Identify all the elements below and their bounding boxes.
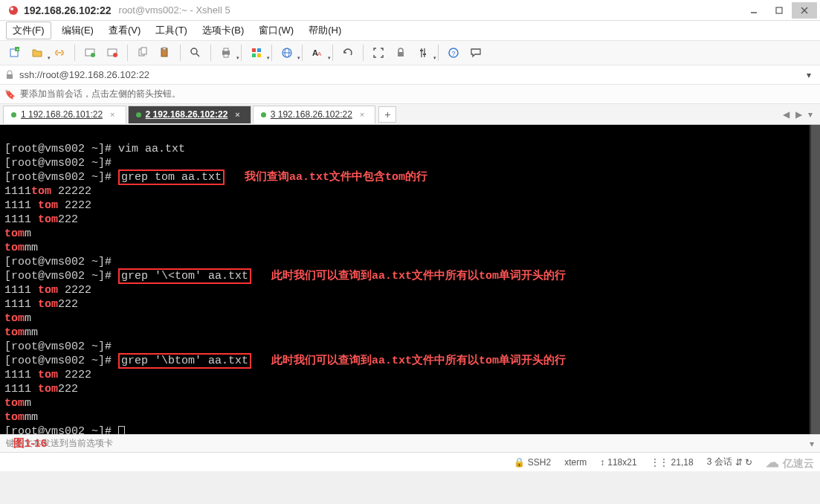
prompt: [root@vms002 ~]# xyxy=(4,171,118,184)
tab-close-icon[interactable]: × xyxy=(360,110,364,119)
settings-icon[interactable]: ▾ xyxy=(413,43,433,62)
annotation: 此时我们可以查询到aa.txt文件中所有以tom单词开头的行 xyxy=(271,355,566,367)
annotation: 我们查询aa.txt文件中包含tom的行 xyxy=(245,171,427,184)
paste-icon[interactable] xyxy=(155,43,175,62)
print-icon[interactable]: ▾ xyxy=(216,43,236,62)
svg-point-17 xyxy=(191,48,197,54)
match-text: tom xyxy=(31,185,51,198)
title-host: 192.168.26.102:22 xyxy=(24,4,112,16)
svg-rect-33 xyxy=(424,48,425,57)
tab-list-icon[interactable]: ▾ xyxy=(808,109,813,120)
tab-label: 1 192.168.26.101:22 xyxy=(21,109,103,120)
fullscreen-icon[interactable] xyxy=(368,43,389,62)
highlighted-cmd: grep '\btom' aa.txt xyxy=(118,353,251,369)
match-text: tom xyxy=(38,369,58,381)
close-button[interactable] xyxy=(792,2,817,19)
refresh-icon[interactable] xyxy=(338,43,358,62)
term-text: 222 xyxy=(58,213,78,226)
new-session-icon[interactable]: + xyxy=(4,43,25,62)
svg-rect-34 xyxy=(420,50,423,51)
search-icon[interactable] xyxy=(185,43,206,62)
menu-help[interactable]: 帮助(H) xyxy=(301,22,349,39)
menu-view[interactable]: 查看(V) xyxy=(101,22,148,39)
svg-rect-20 xyxy=(224,48,228,51)
svg-rect-23 xyxy=(257,48,261,52)
chat-icon[interactable] xyxy=(465,43,486,62)
term-text: 2222 xyxy=(58,369,91,381)
term-text: 1111 xyxy=(4,369,38,381)
maximize-button[interactable] xyxy=(766,2,792,19)
status-dot-icon xyxy=(136,112,141,117)
minimize-button[interactable] xyxy=(741,2,766,19)
term-text: 1111 xyxy=(4,185,31,198)
tab-1[interactable]: 1 192.168.26.101:22 × xyxy=(3,106,126,123)
cloud-logo: ☁ 亿速云 xyxy=(766,454,814,471)
menu-edit[interactable]: 编辑(E) xyxy=(54,22,101,39)
font-icon[interactable]: AA▾ xyxy=(307,43,328,62)
help-icon[interactable]: ? xyxy=(443,43,464,62)
tab-next-icon[interactable]: ▶ xyxy=(795,109,802,120)
hint-dropdown-icon[interactable]: ▾ xyxy=(810,439,814,449)
lock-icon[interactable] xyxy=(390,43,411,62)
svg-text:A: A xyxy=(317,51,322,57)
copy-icon[interactable] xyxy=(132,43,153,62)
toolbar: + ▾ ▾ ▾ ▾ AA▾ ▾ ? xyxy=(0,40,820,65)
offline-icon[interactable] xyxy=(102,43,123,62)
tab-close-icon[interactable]: × xyxy=(110,110,114,119)
status-dot-icon xyxy=(11,112,16,117)
term-text: 22222 xyxy=(51,185,91,198)
term-text: 1111 xyxy=(4,383,38,395)
status-sessions: 3 会话 ⇵ ↻ xyxy=(707,456,752,468)
tab-3[interactable]: 3 192.168.26.102:22 × xyxy=(253,106,376,123)
terminal-scrollbar[interactable] xyxy=(810,125,820,434)
term-text: m xyxy=(25,397,31,410)
menu-file[interactable]: 文件(F) xyxy=(6,22,51,39)
term-text: mm xyxy=(25,326,38,339)
figure-label: 图1-16 xyxy=(13,436,47,450)
bookmark-icon[interactable]: 🔖 xyxy=(4,89,16,100)
address-text[interactable]: ssh://root@192.168.26.102:22 xyxy=(19,69,802,80)
highlighted-cmd: grep '\<tom' aa.txt xyxy=(118,268,251,284)
term-text: 1111 xyxy=(4,199,38,212)
match-text: tom xyxy=(4,397,25,410)
match-text: tom xyxy=(4,411,25,424)
tab-add-button[interactable]: + xyxy=(378,106,396,123)
menu-tabs[interactable]: 选项卡(B) xyxy=(195,22,251,39)
menu-tools[interactable]: 工具(T) xyxy=(148,22,195,39)
svg-rect-32 xyxy=(421,48,422,57)
svg-line-18 xyxy=(196,54,199,56)
terminal[interactable]: [root@vms002 ~]# vim aa.txt [root@vms002… xyxy=(0,125,820,434)
color-icon[interactable]: ▾ xyxy=(246,43,267,62)
status-size: ↕ 118x21 xyxy=(600,457,636,468)
term-text: mm xyxy=(25,242,38,254)
svg-rect-38 xyxy=(7,74,13,79)
prompt: [root@vms002 ~]# xyxy=(4,256,118,268)
open-icon[interactable]: ▾ xyxy=(27,43,48,62)
globe-icon[interactable]: ▾ xyxy=(277,43,297,62)
term-text: 222 xyxy=(58,298,78,311)
status-proto: 🔒 SSH2 xyxy=(514,457,551,468)
prompt: [root@vms002 ~]# xyxy=(4,340,118,353)
tab-2[interactable]: 2 192.168.26.102:22 × xyxy=(128,106,251,123)
term-text: vim aa.txt xyxy=(118,143,185,155)
svg-rect-24 xyxy=(252,54,256,57)
match-text: tom xyxy=(38,199,58,212)
menu-window[interactable]: 窗口(W) xyxy=(251,22,301,39)
online-icon[interactable] xyxy=(80,43,100,62)
terminal-container: [root@vms002 ~]# vim aa.txt [root@vms002… xyxy=(0,125,820,434)
tab-bar: 1 192.168.26.101:22 × 2 192.168.26.102:2… xyxy=(0,104,820,125)
app-icon xyxy=(7,4,19,16)
prompt: [root@vms002 ~]# xyxy=(4,157,118,169)
address-dropdown[interactable]: ▾ xyxy=(802,70,816,80)
tab-close-icon[interactable]: × xyxy=(235,110,239,119)
status-term: xterm xyxy=(564,457,587,468)
svg-rect-31 xyxy=(398,52,404,56)
term-text: m xyxy=(25,312,31,325)
footer-hint-bar: 键盘文本发送到当前选项卡 图1-16 ▾ xyxy=(0,434,820,452)
match-text: tom xyxy=(38,298,58,311)
link-icon[interactable] xyxy=(49,43,70,62)
cursor xyxy=(118,426,125,434)
prompt: [root@vms002 ~]# xyxy=(4,425,118,434)
tab-prev-icon[interactable]: ◀ xyxy=(783,109,790,120)
svg-rect-21 xyxy=(224,54,228,57)
